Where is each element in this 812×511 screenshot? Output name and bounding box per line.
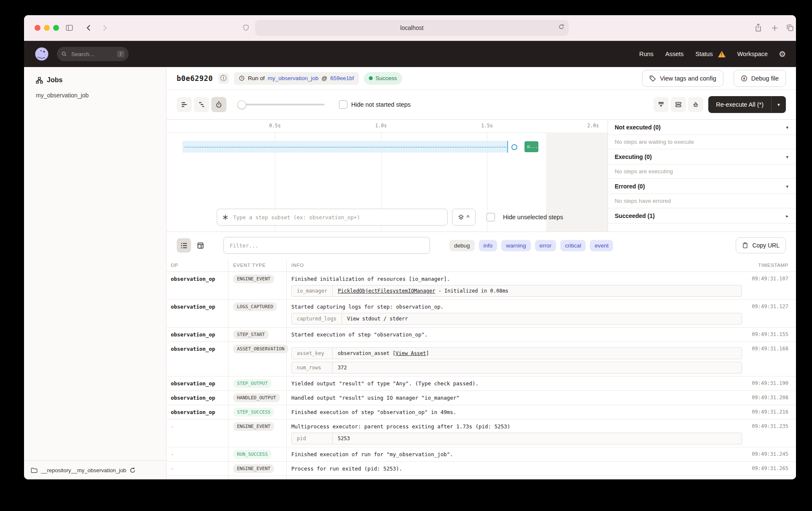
log-list-view-button[interactable] [177,238,191,253]
log-filter-input[interactable] [223,237,430,254]
metadata-entry: pid5253 [291,433,742,444]
log-row-info: Finished initialization of resources [io… [286,274,749,297]
dagster-logo[interactable] [34,46,49,62]
log-level-chip-warning[interactable]: warning [501,240,530,251]
info-icon[interactable]: ⓘ [218,73,229,84]
log-row-op: - [167,464,228,472]
log-row[interactable]: observation_opSTEP_STARTStarted executio… [167,328,796,342]
log-row-info: asset_keyobservation_asset [View Asset]n… [286,344,749,374]
gantt-timed-view-button[interactable] [211,97,226,112]
hide-unselected-checkbox[interactable] [487,213,495,221]
log-level-chip-critical[interactable]: critical [560,240,586,251]
commit-link[interactable]: 659ee1bf [330,75,354,81]
status-section-header[interactable]: Executing (0)▾ [608,149,796,164]
log-row-timestamp[interactable]: 09:49:31.216 [749,408,796,415]
job-link[interactable]: my_observation_job [268,75,319,81]
column-header-op[interactable]: OP [167,263,228,268]
log-level-chip-debug[interactable]: debug [449,240,475,251]
log-structured-view-button[interactable] [193,238,207,253]
split-rows-icon[interactable] [671,97,686,112]
gear-icon[interactable]: ⚙ [779,50,786,58]
log-row-timestamp[interactable]: 09:49:31.235 [749,422,796,429]
log-row[interactable]: -ENGINE_EVENTMultiprocess executor: pare… [167,420,796,447]
minimize-window-button[interactable] [44,25,50,31]
step-subset-inputbox[interactable] [217,209,448,226]
log-level-chip-info[interactable]: info [479,240,497,251]
log-row[interactable]: -ENGINE_EVENTProcess for run exited (pid… [167,462,796,476]
gantt-event-marker[interactable] [511,144,517,150]
status-section-header[interactable]: Errored (0)▾ [608,179,796,194]
log-row-info: Finished execution of run for "my_observ… [286,450,749,457]
log-row[interactable]: observation_opASSET_OBSERVATIONasset_key… [167,342,796,377]
view-tags-config-button[interactable]: View tags and config [642,70,723,87]
share-icon[interactable] [754,23,762,32]
log-row-timestamp[interactable]: 09:49:31.190 [749,379,796,386]
log-row[interactable]: -RUN_SUCCESSFinished execution of run fo… [167,447,796,462]
new-tab-icon[interactable] [771,24,778,32]
shield-icon[interactable] [242,24,250,32]
reexecute-caret-button[interactable]: ▾ [771,96,786,113]
metadata-link[interactable]: PickledObjectFilesystemIOManager [338,288,435,294]
log-row[interactable]: observation_opENGINE_EVENTFinished initi… [167,272,796,300]
log-message: Process for run exited (pid: 5253). [291,464,742,472]
search-input[interactable] [70,51,114,58]
log-message: Yielded output "result" of type "Any". (… [291,379,742,387]
sidebar-item-job[interactable]: my_observation_job [24,88,166,102]
metadata-entry: num_rows372 [291,362,742,374]
url-bar[interactable]: localhost [255,20,569,36]
tab-overview-icon[interactable] [786,24,794,32]
gantt-zoom-slider[interactable] [238,104,325,105]
log-row[interactable]: observation_opSTEP_OUTPUTYielded output … [167,377,796,391]
column-header-info[interactable]: INFO [286,263,749,268]
search-shortcut-kbd: / [117,51,124,57]
log-row-timestamp[interactable]: 09:49:31.245 [749,450,796,457]
log-level-chip-event[interactable]: event [590,240,613,251]
metadata-link[interactable]: View Asset [395,350,426,356]
nav-item-assets[interactable]: Assets [665,51,684,57]
log-message: Finished initialization of resources [io… [291,274,742,282]
status-section-header[interactable]: Succeeded (1)▸ [608,208,796,223]
collapse-all-icon[interactable] [653,97,669,112]
log-message: Handled output "result" using IO manager… [291,393,742,401]
reload-icon[interactable] [558,24,565,30]
eject-icon[interactable] [688,97,703,112]
log-row-timestamp[interactable]: 09:49:31.168 [749,344,796,352]
log-row-timestamp[interactable]: 09:49:31.265 [749,464,796,471]
browser-window: localhost [24,15,796,479]
log-row[interactable]: observation_opLOGS_CAPTUREDStarted captu… [167,300,796,328]
slider-thumb[interactable] [237,100,246,109]
column-header-event-type[interactable]: EVENT TYPE [228,263,286,268]
nav-item-workspace[interactable]: Workspace [737,51,768,57]
refresh-icon[interactable] [129,467,136,473]
status-section-header[interactable]: Not executed (0)▾ [608,120,796,135]
log-row-timestamp[interactable]: 09:49:31.155 [749,330,796,337]
hide-not-started-checkbox[interactable] [339,100,347,109]
log-row-timestamp[interactable]: 09:49:31.107 [749,274,796,282]
back-icon[interactable] [85,24,93,32]
nav-item-status[interactable]: Status [696,51,713,57]
reexecute-all-button[interactable]: Re-execute All (*) [708,96,771,113]
gantt-flat-view-button[interactable] [177,97,192,112]
log-row-timestamp[interactable]: 09:49:31.208 [749,393,796,401]
log-message: Started execution of step "observation_o… [291,330,742,338]
log-row[interactable]: observation_opSTEP_SUCCESSFinished execu… [167,405,796,420]
log-level-chip-error[interactable]: error [535,240,557,251]
nav-item-runs[interactable]: Runs [639,51,653,57]
global-search[interactable]: / [57,47,129,61]
column-header-timestamp[interactable]: TIMESTAMP [749,263,796,268]
step-subset-input[interactable] [232,214,442,221]
metadata-entry: captured_logsView stdout / stderr [291,313,742,325]
gantt-waterfall-view-button[interactable] [194,97,209,112]
copy-url-button[interactable]: Copy URL [736,237,786,253]
zoom-window-button[interactable] [53,25,59,31]
close-window-button[interactable] [35,25,40,31]
graph-query-button[interactable]: ^ [452,209,476,226]
forward-icon[interactable] [101,24,108,32]
debug-file-button[interactable]: Debug file [734,70,786,87]
sidebar-repository: __repository__my_observation_job [24,460,166,479]
event-type-badge: ENGINE_EVENT [233,422,274,431]
gantt-step-box[interactable]: o... [524,141,538,152]
sidebar-toggle-icon[interactable] [65,24,73,32]
log-row[interactable]: observation_opHANDLED_OUTPUTHandled outp… [167,391,796,405]
log-row-timestamp[interactable]: 09:49:31.127 [749,302,796,309]
